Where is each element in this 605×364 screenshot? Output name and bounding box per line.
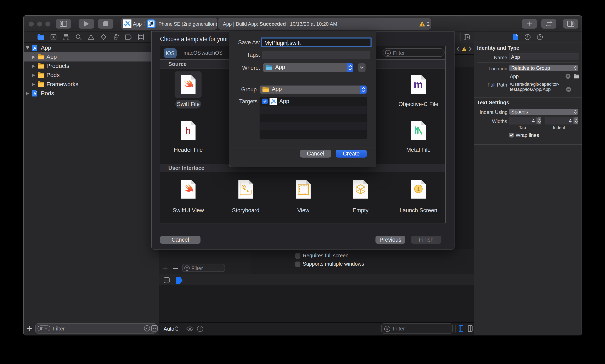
svg-text:1: 1 [417, 186, 420, 192]
svg-text:h: h [185, 125, 191, 136]
svg-text:m: m [414, 79, 423, 90]
